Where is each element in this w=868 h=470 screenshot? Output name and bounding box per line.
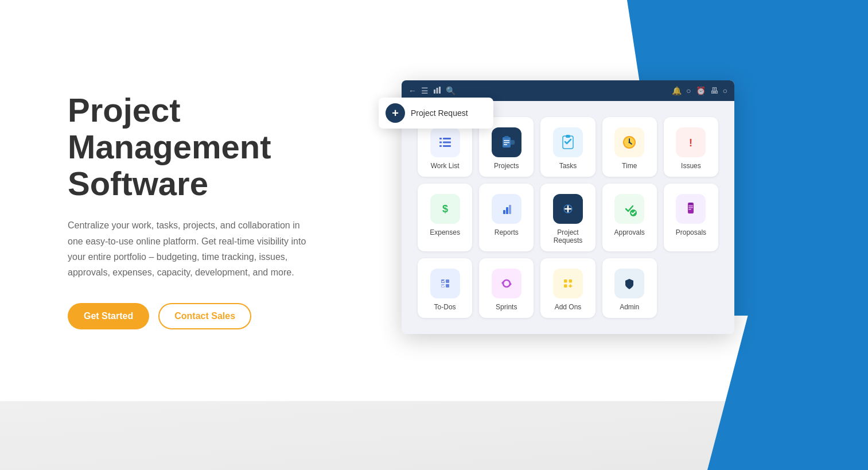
toolbar-right-icons: 🔔 ○ ⏰ 🖶 ○ (672, 86, 727, 95)
app-item-tasks[interactable]: Tasks (540, 117, 595, 177)
proposals-label: Proposals (676, 228, 706, 236)
todos-label: To-Dos (434, 303, 456, 311)
svg-rect-7 (439, 145, 442, 147)
svg-rect-45 (688, 205, 693, 207)
projects-icon (492, 127, 521, 157)
expenses-icon: $ (430, 194, 460, 224)
back-icon[interactable]: ← (408, 86, 417, 95)
svg-rect-3 (439, 138, 442, 139)
svg-text:!: ! (689, 137, 692, 149)
admin-icon (614, 269, 644, 298)
svg-rect-2 (439, 87, 441, 94)
projectrequests-icon (553, 194, 583, 224)
svg-rect-47 (688, 209, 691, 210)
svg-rect-17 (504, 136, 509, 138)
app-item-reports[interactable]: Reports (479, 184, 534, 251)
time-icon (614, 127, 644, 157)
projects-label: Projects (494, 162, 519, 170)
svg-rect-58 (564, 285, 567, 288)
tasks-icon (553, 127, 583, 157)
projectrequests-label: Project Requests (546, 228, 589, 244)
time-label: Time (622, 162, 637, 170)
app-item-sprints[interactable]: Sprints (479, 258, 534, 318)
svg-rect-22 (566, 135, 570, 138)
hero-title: Project Management Software (68, 92, 366, 201)
worklist-label: Work List (431, 162, 460, 170)
app-item-time[interactable]: Time (602, 117, 657, 177)
svg-text:$: $ (442, 203, 448, 215)
worklist-icon (430, 127, 460, 157)
svg-rect-50 (446, 279, 449, 283)
approvals-label: Approvals (614, 228, 645, 236)
reports-label: Reports (495, 228, 519, 236)
svg-rect-8 (443, 145, 451, 147)
bell-icon[interactable]: 🔔 (672, 86, 682, 95)
app-item-todos[interactable]: To-Dos (418, 258, 472, 318)
app-item-approvals[interactable]: Approvals (602, 184, 657, 251)
app-item-admin[interactable]: Admin (602, 258, 657, 318)
svg-rect-33 (503, 210, 505, 214)
reports-icon (492, 194, 521, 224)
svg-rect-35 (509, 205, 511, 214)
chart-icon[interactable] (433, 86, 441, 96)
sprints-label: Sprints (496, 303, 517, 311)
svg-rect-1 (437, 88, 438, 94)
svg-rect-46 (688, 207, 693, 208)
approvals-icon (614, 194, 644, 224)
svg-rect-56 (563, 277, 573, 290)
app-item-issues[interactable]: ! Issues (664, 117, 718, 177)
app-mockup: + Project Request ← ☰ 🔍 🔔 ○ ⏰ 🖶 ○ (402, 80, 746, 334)
tasks-label: Tasks (559, 162, 577, 170)
hero-section: Project Management Software Centralize y… (68, 92, 366, 329)
clock-icon[interactable]: ⏰ (696, 86, 706, 95)
app-item-projectrequests[interactable]: Project Requests (540, 184, 595, 251)
svg-point-27 (629, 142, 630, 143)
svg-rect-59 (569, 279, 572, 283)
issues-label: Issues (681, 162, 701, 170)
app-grid-container: Work List (402, 101, 734, 334)
addons-label: Add Ons (555, 303, 582, 311)
hero-description: Centralize your work, tasks, projects, a… (68, 217, 314, 280)
todos-icon (430, 269, 460, 298)
svg-rect-5 (439, 142, 442, 143)
svg-rect-4 (443, 138, 451, 139)
svg-rect-0 (434, 90, 435, 94)
svg-rect-6 (443, 142, 451, 143)
svg-rect-48 (440, 277, 450, 290)
print-icon[interactable]: 🖶 (710, 86, 718, 95)
tooltip-plus-icon: + (386, 103, 405, 123)
contact-sales-button[interactable]: Contact Sales (158, 303, 251, 329)
circle-icon-2: ○ (723, 86, 727, 95)
issues-icon: ! (676, 127, 706, 157)
svg-rect-51 (446, 284, 449, 288)
svg-rect-44 (689, 203, 692, 204)
admin-label: Admin (620, 303, 639, 311)
svg-rect-34 (506, 207, 508, 214)
expenses-label: Expenses (430, 228, 460, 236)
svg-rect-61 (569, 286, 573, 287)
search-icon[interactable]: 🔍 (446, 86, 456, 95)
app-item-addons[interactable]: Add Ons (540, 258, 595, 318)
app-grid: Work List (418, 117, 718, 318)
get-started-button[interactable]: Get Started (68, 303, 149, 329)
proposals-icon (676, 194, 706, 224)
project-request-tooltip: + Project Request (379, 98, 493, 129)
cta-buttons: Get Started Contact Sales (68, 303, 366, 329)
addons-icon (553, 269, 583, 298)
menu-icon[interactable]: ☰ (421, 86, 429, 95)
svg-rect-57 (564, 279, 567, 283)
app-item-proposals[interactable]: Proposals (664, 184, 718, 251)
sprints-icon (492, 269, 521, 298)
app-item-expenses[interactable]: $ Expenses (418, 184, 472, 251)
tooltip-label: Project Request (411, 108, 468, 118)
circle-icon-1: ○ (686, 86, 691, 95)
